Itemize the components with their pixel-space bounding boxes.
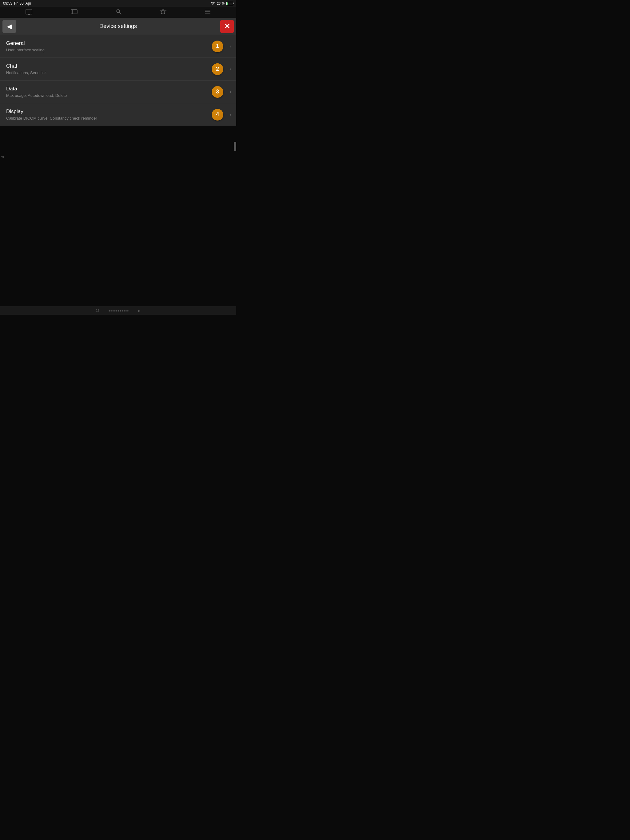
settings-item-general-content: General User interface scaling [5,40,212,52]
nav-icon-5 [204,8,211,17]
settings-item-chat-content: Chat Notifications, Send link [5,63,212,75]
svg-line-5 [119,12,121,14]
settings-item-data-content: Data Max usage, Autodownload, Delete [5,86,212,98]
chevron-right-icon-3: › [230,88,231,95]
settings-header: ◀ Device settings ✕ [0,18,236,35]
settings-item-chat-title: Chat [6,63,212,69]
settings-item-general[interactable]: General User interface scaling 1 › [0,35,236,58]
settings-item-chat-subtitle: Notifications, Send link [6,70,212,75]
page-title: Device settings [16,23,220,30]
bottom-bar-item-2: ●●●●●●●●●●● [108,309,128,313]
search-icon [116,9,122,16]
settings-panel: ◀ Device settings ✕ General User interfa… [0,18,236,126]
settings-item-chat[interactable]: Chat Notifications, Send link 2 › [0,58,236,81]
status-date: Fri 30. Apr [14,1,31,6]
wifi-icon [211,1,215,6]
badge-1: 1 [212,41,223,52]
settings-item-display-content: Display Calibrate DICOM curve, Constancy… [5,109,212,120]
chevron-right-icon-4: › [230,111,231,118]
status-bar-right: 23 % [211,1,233,6]
scroll-handle[interactable] [234,142,236,151]
chevron-right-icon-1: › [230,43,231,49]
close-button[interactable]: ✕ [220,20,234,33]
nav-icon-1 [25,9,33,16]
side-label: R [1,156,4,159]
status-time: 09:53 [3,1,12,6]
status-bar: 09:53 Fri 30. Apr 23 % [0,0,236,7]
battery-percent: 23 % [217,2,225,5]
close-icon: ✕ [224,22,230,30]
bottom-bar-item-1: 22 [96,309,99,313]
badge-3: 3 [212,86,223,98]
badge-2: 2 [212,63,223,75]
settings-list: General User interface scaling 1 › Chat … [0,35,236,126]
back-arrow-icon: ◀ [7,23,12,30]
settings-item-display-subtitle: Calibrate DICOM curve, Constancy check r… [6,116,212,120]
settings-item-display[interactable]: Display Calibrate DICOM curve, Constancy… [0,103,236,126]
settings-item-general-title: General [6,40,212,46]
chevron-right-icon-2: › [230,66,231,72]
battery-icon [226,2,233,5]
nav-icon-4 [160,8,166,17]
settings-item-data-subtitle: Max usage, Autodownload, Delete [6,93,212,98]
status-bar-left: 09:53 Fri 30. Apr [3,1,31,6]
nav-icon-bar [0,7,236,18]
back-button[interactable]: ◀ [2,20,16,33]
settings-item-data-title: Data [6,86,212,92]
bottom-bar-item-3: ▶ [138,309,141,313]
svg-rect-0 [26,9,32,14]
settings-item-data[interactable]: Data Max usage, Autodownload, Delete 3 › [0,81,236,103]
battery-fill [227,2,228,5]
background-area [0,126,236,305]
badge-4: 4 [212,109,223,120]
svg-rect-2 [71,9,77,14]
bottom-bar: 22 ●●●●●●●●●●● ▶ [0,306,236,315]
settings-item-display-title: Display [6,109,212,115]
nav-icon-2 [70,9,78,16]
settings-item-general-subtitle: User interface scaling [6,47,212,52]
svg-rect-1 [28,14,30,15]
